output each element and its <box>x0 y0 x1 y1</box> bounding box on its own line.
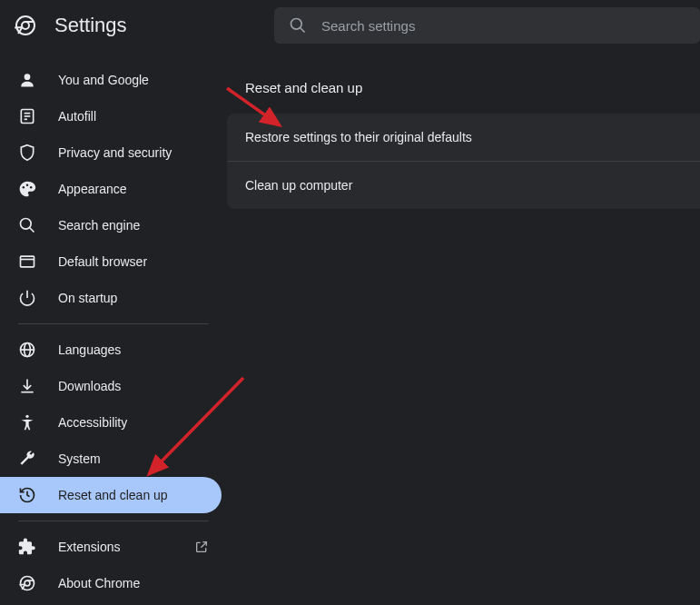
sidebar-item-label: On startup <box>58 291 209 305</box>
sidebar-item-label: Appearance <box>58 182 209 196</box>
svg-rect-17 <box>21 256 35 267</box>
sidebar-item-label: System <box>58 451 209 466</box>
wrench-icon <box>18 450 36 468</box>
sidebar-item-label: Reset and clean up <box>58 488 203 502</box>
sidebar-divider <box>18 323 209 324</box>
settings-card: Restore settings to their original defau… <box>227 114 700 209</box>
sidebar-item-extensions[interactable]: Extensions <box>0 529 227 565</box>
sidebar-item-languages[interactable]: Languages <box>0 332 227 368</box>
sidebar-item-you-and-google[interactable]: You and Google <box>0 62 227 98</box>
card-row-clean-up[interactable]: Clean up computer <box>227 162 700 209</box>
sidebar-item-search-engine[interactable]: Search engine <box>0 207 227 243</box>
search-input[interactable] <box>321 18 685 34</box>
search-icon <box>289 16 307 35</box>
sidebar-item-label: You and Google <box>58 73 209 87</box>
sidebar-item-appearance[interactable]: Appearance <box>0 171 227 207</box>
page-title: Settings <box>54 14 127 37</box>
svg-point-7 <box>25 74 31 80</box>
browser-icon <box>18 253 36 271</box>
header-title-area: Settings <box>15 14 269 37</box>
sidebar-item-about-chrome[interactable]: About Chrome <box>0 565 227 601</box>
sidebar-item-label: Default browser <box>58 254 209 269</box>
sidebar-item-privacy-security[interactable]: Privacy and security <box>0 134 227 171</box>
shield-icon <box>18 144 36 162</box>
download-icon <box>18 377 36 395</box>
palette-icon <box>18 180 36 198</box>
sidebar-item-label: Downloads <box>58 379 209 393</box>
sidebar-item-label: About Chrome <box>58 576 209 590</box>
svg-point-25 <box>25 415 28 418</box>
sidebar-item-label: Autofill <box>58 109 209 124</box>
sidebar-item-system[interactable]: System <box>0 441 227 477</box>
sidebar-item-label: Accessibility <box>58 415 209 430</box>
svg-point-13 <box>26 184 29 187</box>
sidebar: You and Google Autofill Privacy and secu… <box>0 51 227 605</box>
section-title: Reset and clean up <box>227 69 700 114</box>
sidebar-item-label: Languages <box>58 342 209 357</box>
sidebar-item-accessibility[interactable]: Accessibility <box>0 404 227 441</box>
svg-line-6 <box>301 28 305 33</box>
svg-point-12 <box>23 186 25 189</box>
card-row-restore-defaults[interactable]: Restore settings to their original defau… <box>227 114 700 161</box>
svg-point-1 <box>22 22 29 29</box>
person-icon <box>18 71 36 89</box>
globe-icon <box>18 341 36 359</box>
sidebar-item-on-startup[interactable]: On startup <box>0 280 227 316</box>
sidebar-item-default-browser[interactable]: Default browser <box>0 243 227 280</box>
svg-line-16 <box>30 228 35 233</box>
card-row-label: Restore settings to their original defau… <box>245 130 472 144</box>
sidebar-item-label: Search engine <box>58 218 209 233</box>
search-box[interactable] <box>274 7 700 44</box>
sidebar-item-autofill[interactable]: Autofill <box>0 98 227 134</box>
puzzle-icon <box>18 538 36 556</box>
search-icon <box>18 216 36 234</box>
chrome-icon <box>18 574 36 592</box>
restore-icon <box>18 486 36 504</box>
svg-point-14 <box>30 186 33 189</box>
sidebar-item-downloads[interactable]: Downloads <box>0 368 227 404</box>
sidebar-divider <box>18 521 209 521</box>
sidebar-item-label: Extensions <box>58 540 173 554</box>
svg-point-15 <box>21 219 32 230</box>
sidebar-item-reset-clean-up[interactable]: Reset and clean up <box>0 477 222 513</box>
power-icon <box>18 289 36 307</box>
chrome-logo-icon <box>15 15 36 36</box>
sidebar-item-label: Privacy and security <box>58 145 209 160</box>
main: Reset and clean up Restore settings to t… <box>227 51 700 605</box>
accessibility-icon <box>18 413 36 431</box>
svg-point-5 <box>291 19 302 30</box>
card-row-label: Clean up computer <box>245 178 352 193</box>
autofill-icon <box>18 107 36 125</box>
content: You and Google Autofill Privacy and secu… <box>0 51 700 605</box>
external-link-icon <box>194 540 209 554</box>
header: Settings <box>0 0 700 51</box>
